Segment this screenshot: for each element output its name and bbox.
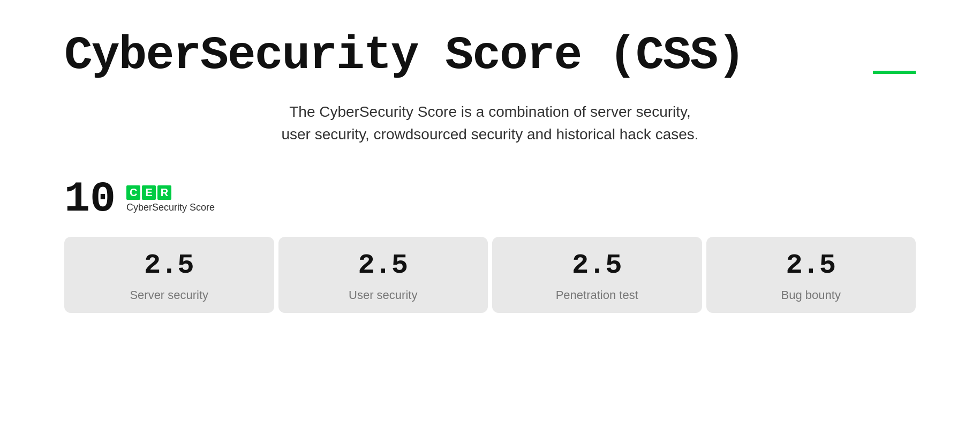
cer-letter-c: C: [126, 185, 140, 200]
metric-card-penetration-test: 2.5 Penetration test: [492, 237, 702, 313]
score-badge-wrapper: C E R CyberSecurity Score: [126, 185, 215, 213]
score-value: 10: [64, 178, 116, 221]
metric-card-server-security: 2.5 Server security: [64, 237, 274, 313]
page-container: CyberSecurity Score (CSS) The CyberSecur…: [64, 32, 916, 313]
cer-letter-e: E: [142, 185, 155, 200]
score-label: CyberSecurity Score: [126, 202, 215, 213]
metrics-grid: 2.5 Server security 2.5 User security 2.…: [64, 237, 916, 313]
cer-badge: C E R: [126, 185, 215, 200]
metric-value-server-security: 2.5: [144, 252, 194, 280]
metric-name-penetration-test: Penetration test: [556, 288, 638, 302]
cer-letter-r: R: [157, 185, 171, 200]
metric-card-bug-bounty: 2.5 Bug bounty: [706, 237, 916, 313]
metric-value-bug-bounty: 2.5: [786, 252, 836, 280]
metric-card-user-security: 2.5 User security: [278, 237, 488, 313]
metric-value-penetration-test: 2.5: [572, 252, 622, 280]
metric-value-user-security: 2.5: [358, 252, 408, 280]
title-row: CyberSecurity Score (CSS): [64, 32, 916, 79]
page-title: CyberSecurity Score (CSS): [64, 32, 744, 79]
score-section: 10 C E R CyberSecurity Score: [64, 178, 916, 221]
metric-name-bug-bounty: Bug bounty: [781, 288, 841, 302]
metric-name-user-security: User security: [349, 288, 417, 302]
title-underline-accent: [873, 71, 916, 74]
metric-name-server-security: Server security: [130, 288, 208, 302]
description-text: The CyberSecurity Score is a combination…: [64, 101, 916, 146]
